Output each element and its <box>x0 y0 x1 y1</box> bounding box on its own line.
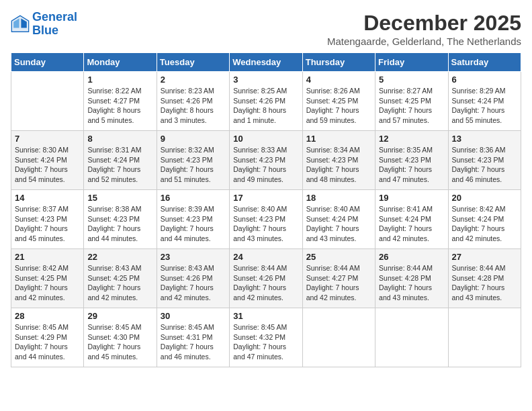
cell-info: Sunrise: 8:45 AMSunset: 4:29 PMDaylight:… <box>15 322 80 362</box>
day-number: 9 <box>161 134 226 144</box>
location: Matengaarde, Gelderland, The Netherlands <box>327 36 521 47</box>
day-number: 4 <box>306 75 371 85</box>
calendar-cell: 20Sunrise: 8:42 AMSunset: 4:24 PMDayligh… <box>448 190 521 249</box>
weekday-header-row: SundayMondayTuesdayWednesdayThursdayFrid… <box>11 53 521 72</box>
weekday-header-tuesday: Tuesday <box>157 53 229 72</box>
cell-info: Sunrise: 8:23 AMSunset: 4:26 PMDaylight:… <box>161 86 226 126</box>
day-number: 15 <box>87 193 152 203</box>
day-number: 1 <box>87 75 152 85</box>
day-number: 24 <box>233 252 298 262</box>
calendar-cell: 28Sunrise: 8:45 AMSunset: 4:29 PMDayligh… <box>11 308 84 367</box>
day-number: 12 <box>379 134 444 144</box>
calendar-cell: 6Sunrise: 8:29 AMSunset: 4:24 PMDaylight… <box>448 72 521 131</box>
calendar-cell: 9Sunrise: 8:32 AMSunset: 4:23 PMDaylight… <box>157 131 229 190</box>
cell-info: Sunrise: 8:44 AMSunset: 4:26 PMDaylight:… <box>233 263 298 303</box>
day-number: 2 <box>161 75 226 85</box>
cell-info: Sunrise: 8:22 AMSunset: 4:27 PMDaylight:… <box>87 86 152 126</box>
calendar-cell <box>448 308 521 367</box>
calendar-cell: 27Sunrise: 8:44 AMSunset: 4:28 PMDayligh… <box>448 249 521 308</box>
weekday-header-sunday: Sunday <box>11 53 84 72</box>
weekday-header-saturday: Saturday <box>448 53 521 72</box>
calendar-cell: 3Sunrise: 8:25 AMSunset: 4:26 PMDaylight… <box>230 72 302 131</box>
day-number: 5 <box>379 75 444 85</box>
cell-info: Sunrise: 8:44 AMSunset: 4:28 PMDaylight:… <box>379 263 444 303</box>
logo-text: General Blue <box>32 11 77 38</box>
calendar-cell: 29Sunrise: 8:45 AMSunset: 4:30 PMDayligh… <box>84 308 157 367</box>
cell-info: Sunrise: 8:31 AMSunset: 4:24 PMDaylight:… <box>87 145 152 185</box>
day-number: 29 <box>87 311 152 321</box>
calendar-week-5: 28Sunrise: 8:45 AMSunset: 4:29 PMDayligh… <box>11 308 521 367</box>
logo-line2: Blue <box>32 24 58 37</box>
calendar-cell: 26Sunrise: 8:44 AMSunset: 4:28 PMDayligh… <box>375 249 448 308</box>
cell-info: Sunrise: 8:40 AMSunset: 4:23 PMDaylight:… <box>233 204 298 244</box>
day-number: 27 <box>452 252 517 262</box>
cell-info: Sunrise: 8:32 AMSunset: 4:23 PMDaylight:… <box>161 145 226 185</box>
cell-info: Sunrise: 8:34 AMSunset: 4:23 PMDaylight:… <box>306 145 371 185</box>
cell-info: Sunrise: 8:45 AMSunset: 4:31 PMDaylight:… <box>161 322 226 362</box>
calendar-cell <box>302 308 375 367</box>
cell-info: Sunrise: 8:44 AMSunset: 4:27 PMDaylight:… <box>306 263 371 303</box>
calendar-cell: 18Sunrise: 8:40 AMSunset: 4:24 PMDayligh… <box>302 190 375 249</box>
calendar-cell <box>11 72 84 131</box>
cell-info: Sunrise: 8:25 AMSunset: 4:26 PMDaylight:… <box>233 86 298 126</box>
day-number: 13 <box>452 134 517 144</box>
day-number: 25 <box>306 252 371 262</box>
cell-info: Sunrise: 8:35 AMSunset: 4:23 PMDaylight:… <box>379 145 444 185</box>
day-number: 10 <box>233 134 298 144</box>
day-number: 30 <box>161 311 226 321</box>
calendar-cell: 5Sunrise: 8:27 AMSunset: 4:25 PMDaylight… <box>375 72 448 131</box>
calendar-cell: 31Sunrise: 8:45 AMSunset: 4:32 PMDayligh… <box>230 308 302 367</box>
cell-info: Sunrise: 8:40 AMSunset: 4:24 PMDaylight:… <box>306 204 371 244</box>
weekday-header-monday: Monday <box>84 53 157 72</box>
day-number: 18 <box>306 193 371 203</box>
day-number: 14 <box>15 193 80 203</box>
calendar-cell: 24Sunrise: 8:44 AMSunset: 4:26 PMDayligh… <box>230 249 302 308</box>
day-number: 19 <box>379 193 444 203</box>
calendar-week-2: 7Sunrise: 8:30 AMSunset: 4:24 PMDaylight… <box>11 131 521 190</box>
calendar-week-1: 1Sunrise: 8:22 AMSunset: 4:27 PMDaylight… <box>11 72 521 131</box>
day-number: 6 <box>452 75 517 85</box>
cell-info: Sunrise: 8:26 AMSunset: 4:25 PMDaylight:… <box>306 86 371 126</box>
cell-info: Sunrise: 8:30 AMSunset: 4:24 PMDaylight:… <box>15 145 80 185</box>
day-number: 21 <box>15 252 80 262</box>
day-number: 26 <box>379 252 444 262</box>
cell-info: Sunrise: 8:36 AMSunset: 4:23 PMDaylight:… <box>452 145 517 185</box>
day-number: 7 <box>15 134 80 144</box>
day-number: 11 <box>306 134 371 144</box>
day-number: 23 <box>161 252 226 262</box>
cell-info: Sunrise: 8:44 AMSunset: 4:28 PMDaylight:… <box>452 263 517 303</box>
calendar-week-4: 21Sunrise: 8:42 AMSunset: 4:25 PMDayligh… <box>11 249 521 308</box>
weekday-header-thursday: Thursday <box>302 53 375 72</box>
calendar-cell: 14Sunrise: 8:37 AMSunset: 4:23 PMDayligh… <box>11 190 84 249</box>
title-block: December 2025 Matengaarde, Gelderland, T… <box>327 11 521 47</box>
weekday-header-friday: Friday <box>375 53 448 72</box>
calendar-cell: 23Sunrise: 8:43 AMSunset: 4:26 PMDayligh… <box>157 249 229 308</box>
day-number: 31 <box>233 311 298 321</box>
calendar-cell: 15Sunrise: 8:38 AMSunset: 4:23 PMDayligh… <box>84 190 157 249</box>
calendar-cell: 17Sunrise: 8:40 AMSunset: 4:23 PMDayligh… <box>230 190 302 249</box>
calendar-table: SundayMondayTuesdayWednesdayThursdayFrid… <box>11 52 521 367</box>
day-number: 17 <box>233 193 298 203</box>
page-header: General Blue December 2025 Matengaarde, … <box>11 11 521 47</box>
day-number: 16 <box>161 193 226 203</box>
calendar-cell: 16Sunrise: 8:39 AMSunset: 4:23 PMDayligh… <box>157 190 229 249</box>
day-number: 3 <box>233 75 298 85</box>
calendar-cell: 13Sunrise: 8:36 AMSunset: 4:23 PMDayligh… <box>448 131 521 190</box>
day-number: 28 <box>15 311 80 321</box>
calendar-cell: 11Sunrise: 8:34 AMSunset: 4:23 PMDayligh… <box>302 131 375 190</box>
calendar-cell: 25Sunrise: 8:44 AMSunset: 4:27 PMDayligh… <box>302 249 375 308</box>
day-number: 22 <box>87 252 152 262</box>
day-number: 8 <box>87 134 152 144</box>
cell-info: Sunrise: 8:29 AMSunset: 4:24 PMDaylight:… <box>452 86 517 126</box>
cell-info: Sunrise: 8:39 AMSunset: 4:23 PMDaylight:… <box>161 204 226 244</box>
cell-info: Sunrise: 8:37 AMSunset: 4:23 PMDaylight:… <box>15 204 80 244</box>
logo: General Blue <box>11 11 77 38</box>
logo-icon <box>11 15 30 34</box>
cell-info: Sunrise: 8:45 AMSunset: 4:30 PMDaylight:… <box>87 322 152 362</box>
calendar-cell: 30Sunrise: 8:45 AMSunset: 4:31 PMDayligh… <box>157 308 229 367</box>
calendar-cell: 10Sunrise: 8:33 AMSunset: 4:23 PMDayligh… <box>230 131 302 190</box>
calendar-cell: 8Sunrise: 8:31 AMSunset: 4:24 PMDaylight… <box>84 131 157 190</box>
calendar-cell: 2Sunrise: 8:23 AMSunset: 4:26 PMDaylight… <box>157 72 229 131</box>
cell-info: Sunrise: 8:43 AMSunset: 4:25 PMDaylight:… <box>87 263 152 303</box>
calendar-cell: 7Sunrise: 8:30 AMSunset: 4:24 PMDaylight… <box>11 131 84 190</box>
